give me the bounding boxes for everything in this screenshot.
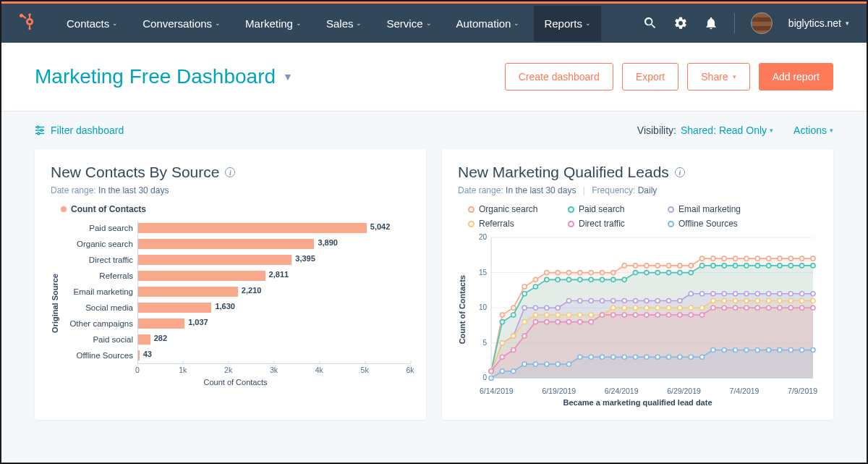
nav-item-reports[interactable]: Reports⌄ (534, 6, 601, 41)
svg-text:20: 20 (479, 233, 488, 241)
visibility-dropdown[interactable]: Shared: Read Only ▾ (681, 125, 773, 136)
legend-item: Referrals (468, 219, 548, 229)
domain-label: biglytics.net (788, 17, 841, 29)
filter-bar: Filter dashboard Visibility: Shared: Rea… (1, 111, 867, 149)
svg-point-176 (511, 369, 516, 374)
svg-point-105 (722, 292, 726, 296)
svg-point-189 (655, 355, 660, 359)
svg-point-48 (755, 256, 760, 261)
svg-point-40 (667, 263, 671, 268)
bar-track: 282 (137, 334, 410, 345)
legend-label: Email marketing (678, 204, 741, 214)
legend-dot-icon (61, 206, 67, 212)
svg-point-182 (578, 355, 582, 359)
create-dashboard-button[interactable]: Create dashboard (505, 63, 613, 90)
dashboard-title-dropdown[interactable]: Marketing Free Dashboard ▼ (35, 65, 293, 88)
cards-row: New Contacts By Source i Date range: In … (1, 149, 867, 420)
svg-point-34 (600, 271, 604, 275)
chevron-down-icon: ▾ (830, 127, 833, 134)
bar-fill (137, 271, 265, 281)
search-icon[interactable] (643, 16, 658, 30)
bar-fill (137, 239, 314, 249)
svg-point-26 (511, 305, 516, 310)
x-tick: 1k (179, 366, 187, 374)
svg-point-96 (622, 298, 626, 303)
bar-row: Social media 1,630 (61, 300, 410, 316)
export-button[interactable]: Export (622, 63, 678, 90)
svg-point-77 (744, 263, 749, 268)
bar-track: 1,037 (137, 319, 410, 329)
frequency-label: Frequency: (592, 185, 635, 195)
bar-category-label: Paid social (61, 335, 137, 344)
svg-point-88 (533, 305, 537, 310)
svg-point-28 (533, 277, 537, 282)
bar-value: 2,811 (269, 270, 289, 279)
legend-ring-icon (668, 221, 674, 227)
header-buttons: Create dashboard Export Share ▾ Add repo… (505, 63, 833, 90)
bar-value: 43 (143, 350, 152, 358)
card-meta: Date range: In the last 30 days (51, 185, 410, 195)
svg-point-149 (545, 320, 549, 324)
x-tick: 7/4/2019 (730, 387, 760, 395)
bar-track: 3,395 (137, 255, 410, 265)
x-tick: 2k (224, 366, 232, 374)
share-button[interactable]: Share ▾ (687, 63, 749, 90)
bar-value: 1,630 (215, 302, 235, 311)
svg-point-29 (545, 271, 549, 275)
nav-item-conversations[interactable]: Conversations⌄ (132, 6, 231, 41)
svg-point-166 (733, 305, 738, 310)
nav-item-service[interactable]: Service⌄ (376, 6, 441, 41)
hubspot-logo-icon[interactable] (19, 13, 36, 33)
svg-point-36 (622, 263, 626, 268)
svg-point-53 (811, 256, 815, 261)
nav-item-marketing[interactable]: Marketing⌄ (235, 6, 312, 41)
svg-point-158 (644, 313, 649, 317)
filter-dashboard-link[interactable]: Filter dashboard (35, 125, 124, 136)
svg-point-64 (600, 277, 604, 282)
bar-legend: Count of Contacts (61, 204, 410, 214)
page-title: Marketing Free Dashboard (35, 65, 276, 88)
bar-category-label: Paid search (61, 224, 137, 232)
nav-item-contacts[interactable]: Contacts⌄ (56, 6, 128, 41)
gear-icon[interactable] (673, 16, 688, 30)
bar-track: 3,890 (137, 239, 410, 249)
svg-point-31 (566, 271, 571, 275)
legend-label: Count of Contacts (71, 204, 146, 214)
card-meta: Date range: In the last 30 days | Freque… (458, 185, 817, 195)
nav-divider (734, 13, 735, 33)
svg-point-125 (611, 305, 616, 310)
svg-point-151 (566, 320, 571, 324)
svg-point-11 (37, 126, 39, 128)
nav-item-automation[interactable]: Automation⌄ (446, 6, 530, 41)
nav-item-sales[interactable]: Sales⌄ (316, 6, 373, 41)
info-icon[interactable]: i (675, 167, 685, 177)
bar-fill (137, 303, 211, 313)
bar-value: 3,890 (318, 238, 338, 247)
bar-row: Direct traffic 3,395 (61, 252, 410, 268)
legend-label: Referrals (479, 219, 514, 229)
svg-point-169 (767, 305, 771, 310)
svg-point-128 (644, 305, 649, 310)
svg-point-148 (533, 320, 537, 324)
avatar[interactable] (751, 12, 773, 34)
info-icon[interactable]: i (225, 167, 235, 177)
bar-value: 2,210 (242, 286, 262, 295)
actions-dropdown[interactable]: Actions ▾ (793, 125, 833, 136)
bar-row: Organic search 3,890 (61, 236, 410, 252)
line-chart: Count of Contacts 05101520 (458, 233, 817, 385)
svg-point-104 (711, 292, 715, 296)
svg-point-187 (634, 355, 638, 359)
legend-ring-icon (568, 221, 574, 227)
legend-ring-icon (668, 206, 674, 213)
add-report-button[interactable]: Add report (759, 63, 833, 90)
daterange-label: Date range: (51, 185, 96, 195)
chevron-down-icon: ⌄ (585, 20, 591, 27)
legend-label: Paid search (579, 204, 624, 214)
bell-icon[interactable] (704, 16, 718, 30)
svg-point-109 (767, 292, 771, 296)
daterange-value: In the last 30 days (98, 185, 169, 195)
svg-point-27 (522, 284, 527, 289)
svg-point-76 (733, 263, 738, 268)
domain-dropdown[interactable]: biglytics.net ▾ (788, 17, 849, 29)
bar-fill (137, 255, 292, 265)
